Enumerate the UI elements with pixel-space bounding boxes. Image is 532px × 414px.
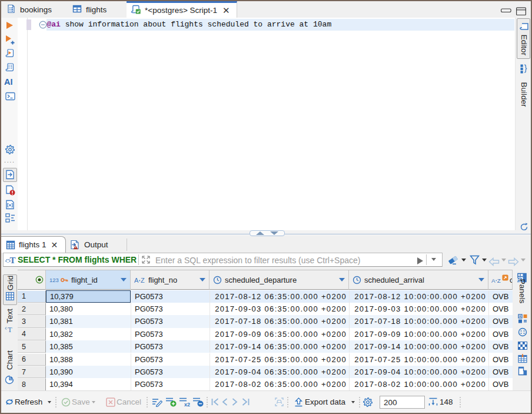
svg-text:123: 123 (49, 277, 59, 283)
svg-text:T: T (8, 326, 12, 334)
svg-text:Z: Z (497, 277, 501, 283)
svg-text:A: A (491, 277, 496, 283)
svg-text:Z: Z (141, 277, 145, 284)
svg-text:A: A (134, 277, 139, 284)
svg-text:x2: x2 (184, 402, 190, 407)
svg-text:T: T (10, 256, 16, 265)
